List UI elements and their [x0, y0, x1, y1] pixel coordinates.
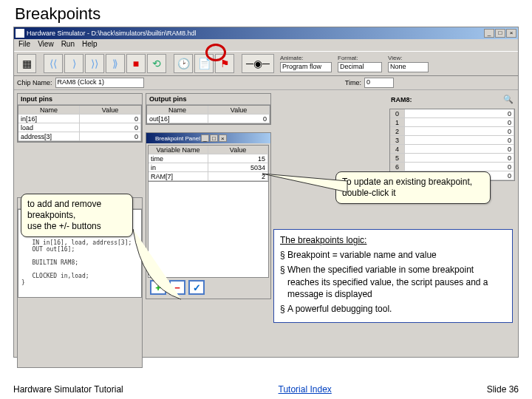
- maximize-button[interactable]: □: [495, 29, 505, 38]
- bullet-icon: §: [280, 264, 287, 300]
- logic-box: The breakpoints logic: §Breakpoint = var…: [273, 229, 513, 323]
- tutorial-index-link[interactable]: Tutorial Index: [279, 384, 332, 395]
- table-row: address[3]: [18, 132, 80, 141]
- logic-header: The breakpoints logic:: [280, 234, 506, 246]
- ram-row[interactable]: 0: [405, 136, 514, 145]
- input-pins-panel: Input pins NameValue in[16]0 load0 addre…: [17, 93, 143, 143]
- view-label: View:: [388, 55, 429, 61]
- logic-b2: When the specified variable in some brea…: [287, 264, 506, 300]
- panel-icon: [148, 134, 155, 142]
- table-row[interactable]: 0: [80, 123, 141, 132]
- table-row: out[16]: [147, 115, 208, 123]
- stop-icon[interactable]: ■: [126, 54, 146, 73]
- menu-view[interactable]: View: [38, 40, 54, 50]
- minimize-button[interactable]: _: [484, 29, 494, 38]
- window-title: Hardware Simulator - D:\hack\simulators\…: [27, 30, 197, 37]
- animate-label: Animate:: [280, 55, 332, 61]
- slide-number: Slide 36: [487, 384, 519, 395]
- ram-row: 4: [390, 145, 405, 154]
- step-over-icon[interactable]: ⟩⟩: [85, 54, 104, 73]
- speed-slider[interactable]: ─◉─: [242, 54, 274, 73]
- table-row: load: [18, 123, 80, 132]
- output-pins-header: Output pins: [146, 94, 270, 105]
- input-pins-header: Input pins: [18, 94, 142, 105]
- bp-row[interactable]: 15: [208, 154, 268, 163]
- col-name: Name: [147, 106, 208, 115]
- table-row[interactable]: 0: [80, 115, 141, 123]
- output-pins-panel: Output pins NameValue out[16]0: [146, 93, 271, 125]
- menu-help[interactable]: Help: [82, 40, 98, 50]
- chip-name-label: Chip Name:: [17, 79, 52, 86]
- ram-row[interactable]: 0: [405, 163, 514, 171]
- bp-col-var: Variable Name: [149, 146, 208, 154]
- flag-icon[interactable]: ⚑: [215, 54, 234, 73]
- binoculars-icon[interactable]: 🔍: [503, 95, 514, 104]
- col-value: Value: [208, 106, 270, 115]
- bp-row[interactable]: RAM[7]: [149, 172, 208, 181]
- ram-header: RAM8:: [391, 96, 412, 103]
- time-label: Time:: [345, 79, 361, 86]
- table-row: in[16]: [18, 115, 80, 123]
- bp-ok-button[interactable]: ✓: [188, 280, 205, 295]
- bp-remove-button[interactable]: −: [169, 280, 185, 295]
- chip-row: Chip Name: RAM8 (Clock 1) Time: 0: [14, 76, 518, 90]
- animate-select[interactable]: Program flow: [280, 62, 332, 72]
- clock-icon[interactable]: 🕑: [174, 54, 193, 73]
- menubar: File View Run Help: [14, 39, 518, 51]
- step-icon[interactable]: ⟩: [64, 54, 83, 73]
- close-button[interactable]: ×: [506, 29, 516, 38]
- ram-row[interactable]: 0: [405, 109, 514, 118]
- ram-row: 1: [390, 118, 405, 127]
- bullet-icon: §: [280, 303, 287, 315]
- time-field: 0: [364, 78, 394, 88]
- app-icon: [16, 29, 24, 38]
- bp-close-button[interactable]: ×: [219, 134, 227, 142]
- toolbar: ▦ ⟨⟨ ⟩ ⟩⟩ ⟫ ■ ⟲ 🕑 📄 ⚑ ─◉─ Animate: Progr…: [14, 51, 518, 76]
- format-select[interactable]: Decimal: [338, 62, 382, 72]
- bp-col-val: Value: [208, 146, 268, 154]
- bp-max-button[interactable]: □: [210, 134, 218, 142]
- menu-run[interactable]: Run: [61, 40, 75, 50]
- ram-row[interactable]: 0: [405, 145, 514, 154]
- bullet-icon: §: [280, 249, 287, 261]
- titlebar: Hardware Simulator - D:\hack\simulators\…: [14, 27, 518, 39]
- footer: Hardware Simulator Tutorial Tutorial Ind…: [13, 384, 519, 395]
- breakpoint-titlebar: Breakpoint Panel _ □ ×: [146, 133, 270, 143]
- ram-row[interactable]: 0: [405, 127, 514, 136]
- format-label: Format:: [338, 55, 382, 61]
- chip-name-field[interactable]: RAM8 (Clock 1): [55, 78, 144, 88]
- bp-row[interactable]: 5034: [208, 163, 268, 172]
- slide-title: Breakpoints: [0, 0, 532, 27]
- ram-row: 5: [390, 154, 405, 163]
- script-icon[interactable]: 📄: [194, 54, 214, 73]
- logic-b1: Breakpoint = variable name and value: [287, 249, 437, 261]
- menu-file[interactable]: File: [18, 40, 30, 50]
- table-row[interactable]: 0: [80, 132, 141, 141]
- reset-icon[interactable]: ⟲: [147, 54, 166, 73]
- logic-b3: A powerful debugging tool.: [287, 303, 392, 315]
- bp-add-button[interactable]: +: [150, 280, 166, 295]
- callout-update: To update an existing breakpoint, double…: [335, 171, 491, 204]
- col-value: Value: [80, 106, 141, 115]
- footer-left: Hardware Simulator Tutorial: [13, 384, 123, 395]
- ram-row: 2: [390, 127, 405, 136]
- step-back-icon[interactable]: ⟨⟨: [44, 54, 63, 73]
- breakpoint-title: Breakpoint Panel: [155, 135, 200, 142]
- table-row: 0: [208, 115, 270, 123]
- ram-row[interactable]: 0: [405, 118, 514, 127]
- bp-row[interactable]: 2: [208, 172, 268, 181]
- bp-min-button[interactable]: _: [201, 134, 209, 142]
- chip-icon[interactable]: ▦: [17, 54, 36, 73]
- fast-forward-icon[interactable]: ⟫: [106, 54, 125, 73]
- callout-add-remove: to add and remove breakpoints, use the +…: [21, 194, 133, 237]
- ram-row[interactable]: 0: [405, 154, 514, 163]
- breakpoint-panel: Breakpoint Panel _ □ × Variable NameValu…: [146, 132, 271, 299]
- bp-row[interactable]: time: [149, 154, 208, 163]
- ram-row: 6: [390, 163, 405, 171]
- ram-row: 0: [390, 109, 405, 118]
- col-name: Name: [18, 106, 80, 115]
- bp-row[interactable]: in: [149, 163, 208, 172]
- view-select[interactable]: None: [388, 62, 429, 72]
- ram-row: 3: [390, 136, 405, 145]
